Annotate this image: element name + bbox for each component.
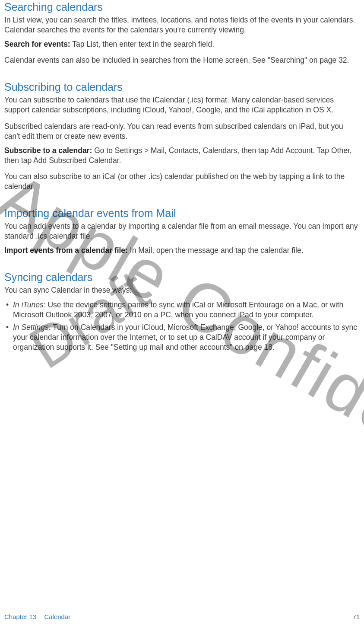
paragraph: You can subscribe to calendars that use … <box>4 95 360 115</box>
page-number: 71 <box>352 613 360 621</box>
bullet-label: In Settings: <box>13 323 51 332</box>
step-text: In Mail, open the message and tap the ca… <box>128 246 304 255</box>
bullet-text: Turn on Calendars in your iCloud, Micros… <box>13 323 357 351</box>
section-importing-from-mail: Importing calendar events from Mail You … <box>4 206 360 255</box>
bullet-text: Use the device settings panes to sync wi… <box>13 300 343 319</box>
footer-left: Chapter 13 Calendar <box>4 613 70 621</box>
paragraph: In List view, you can search the titles,… <box>4 15 360 35</box>
page-content: Searching calendars In List view, you ca… <box>0 0 364 352</box>
section-subscribing-to-calendars: Subscribing to calendars You can subscri… <box>4 80 360 192</box>
heading-searching-calendars: Searching calendars <box>4 0 360 14</box>
paragraph: You can add events to a calendar by impo… <box>4 221 360 241</box>
step-label: Import events from a calendar file: <box>4 246 128 255</box>
step-label: Subscribe to a calendar: <box>4 146 92 155</box>
chapter-name: Calendar <box>44 613 70 620</box>
page-footer: Chapter 13 Calendar 71 <box>4 613 360 621</box>
chapter-label: Chapter 13 <box>4 613 36 620</box>
step-text: Tap List, then enter text in the search … <box>70 40 214 48</box>
list-item: In Settings: Turn on Calendars in your i… <box>4 322 360 352</box>
step-subscribe-to-calendar: Subscribe to a calendar: Go to Settings … <box>4 146 360 166</box>
step-import-events: Import events from a calendar file: In M… <box>4 246 360 255</box>
section-syncing-calendars: Syncing calendars You can sync Calendar … <box>4 270 360 352</box>
paragraph: You can also subscribe to an iCal (or ot… <box>4 172 360 192</box>
bullet-label: In iTunes: <box>13 300 46 309</box>
heading-importing-from-mail: Importing calendar events from Mail <box>4 206 360 220</box>
step-label: Search for events: <box>4 40 70 48</box>
paragraph: You can sync Calendar in these ways: <box>4 285 360 295</box>
heading-subscribing-to-calendars: Subscribing to calendars <box>4 80 360 94</box>
step-search-for-events: Search for events: Tap List, then enter … <box>4 39 360 49</box>
sync-methods-list: In iTunes: Use the device settings panes… <box>4 300 360 352</box>
list-item: In iTunes: Use the device settings panes… <box>4 300 360 320</box>
paragraph: Subscribed calendars are read-only. You … <box>4 121 360 141</box>
section-searching-calendars: Searching calendars In List view, you ca… <box>4 0 360 65</box>
heading-syncing-calendars: Syncing calendars <box>4 270 360 284</box>
paragraph: Calendar events can also be included in … <box>4 55 360 65</box>
